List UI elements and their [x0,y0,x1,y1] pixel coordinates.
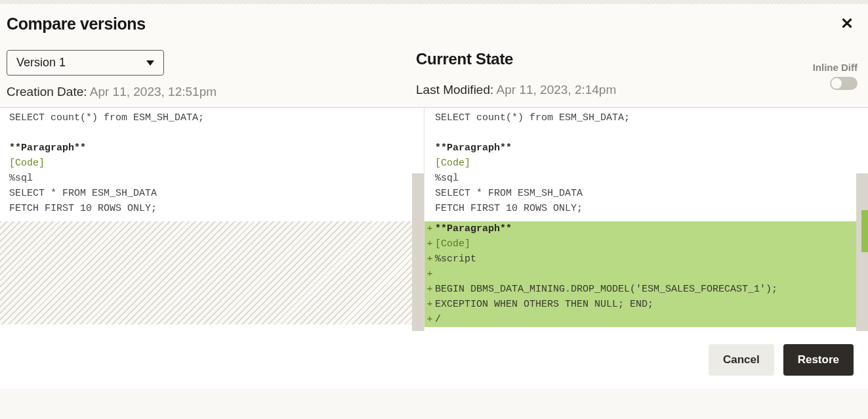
creation-date-value: Apr 11, 2023, 12:51pm [90,85,217,99]
added-line: +BEGIN DBMS_DATA_MINING.DROP_MODEL('ESM_… [424,282,856,297]
code-line: FETCH FIRST 10 ROWS ONLY; [435,201,868,216]
meta-row: Version 1 Creation Date: Apr 11, 2023, 1… [0,41,868,107]
paragraph-marker: **Paragraph** [435,221,512,236]
diff-pane-left: SELECT count(*) from ESM_SH_DATA; **Para… [0,108,424,331]
dialog-footer: Cancel Restore [0,331,868,389]
code-line: %script [435,252,476,267]
version-select-value: Version 1 [16,56,66,70]
code-line: SELECT * FROM ESM_SH_DATA [9,186,424,201]
code-line: %sql [9,171,424,186]
dialog-header: Compare versions ✕ [0,4,868,41]
plus-icon: + [424,252,435,267]
added-line: +[Code] [424,236,856,252]
cancel-button[interactable]: Cancel [709,344,774,376]
plus-icon: + [424,236,435,252]
restore-button[interactable]: Restore [783,344,854,376]
code-line: BEGIN DBMS_DATA_MINING.DROP_MODEL('ESM_S… [435,282,777,297]
code-line: SELECT count(*) from ESM_SH_DATA; [9,110,424,125]
inline-diff-toggle[interactable] [830,77,858,90]
left-meta: Version 1 Creation Date: Apr 11, 2023, 1… [7,50,416,99]
plus-icon: + [424,297,435,312]
version-select[interactable]: Version 1 [7,50,164,76]
scrollbar-right[interactable] [856,173,868,331]
code-line: %sql [435,171,868,186]
creation-date-label: Creation Date: [7,85,90,99]
added-line: +/ [424,312,856,327]
code-marker: [Code] [9,156,424,171]
plus-icon: + [424,221,435,236]
added-line: + [424,267,856,282]
dialog-title: Compare versions [7,14,146,33]
inline-diff-label: Inline Diff [813,62,858,73]
code-line: / [435,312,441,327]
right-meta: Current State Last Modified: Apr 11, 202… [416,50,861,97]
added-line: +%script [424,252,856,267]
code-line: SELECT count(*) from ESM_SH_DATA; [435,110,868,125]
plus-icon: + [424,282,435,297]
current-state-heading: Current State [416,50,861,68]
chevron-down-icon [146,60,154,66]
code-line: SELECT * FROM ESM_SH_DATA [435,186,868,201]
added-block: +**Paragraph** +[Code] +%script + +BEGIN… [424,221,856,327]
removed-placeholder [0,221,412,324]
paragraph-marker: **Paragraph** [9,141,424,156]
diff-pane-right: SELECT count(*) from ESM_SH_DATA; **Para… [424,108,868,331]
code-marker: [Code] [435,156,868,171]
last-modified-label: Last Modified: [416,83,497,97]
code-line: FETCH FIRST 10 ROWS ONLY; [9,201,424,216]
scrollbar-accent [861,210,868,252]
last-modified-value: Apr 11, 2023, 2:14pm [497,83,617,97]
code-line: EXCEPTION WHEN OTHERS THEN NULL; END; [435,297,653,312]
inline-diff-control: Inline Diff [813,62,858,90]
added-line: +**Paragraph** [424,221,856,236]
compare-versions-dialog: Compare versions ✕ Version 1 Creation Da… [0,4,868,389]
code-marker: [Code] [435,236,470,252]
paragraph-marker: **Paragraph** [435,141,868,156]
close-icon[interactable]: ✕ [835,13,859,34]
plus-icon: + [424,312,435,327]
plus-icon: + [424,267,435,282]
scrollbar-left[interactable] [412,173,424,331]
diff-area: SELECT count(*) from ESM_SH_DATA; **Para… [0,108,868,331]
creation-date: Creation Date: Apr 11, 2023, 12:51pm [7,85,416,99]
last-modified: Last Modified: Apr 11, 2023, 2:14pm [416,83,861,97]
added-line: +EXCEPTION WHEN OTHERS THEN NULL; END; [424,297,856,312]
